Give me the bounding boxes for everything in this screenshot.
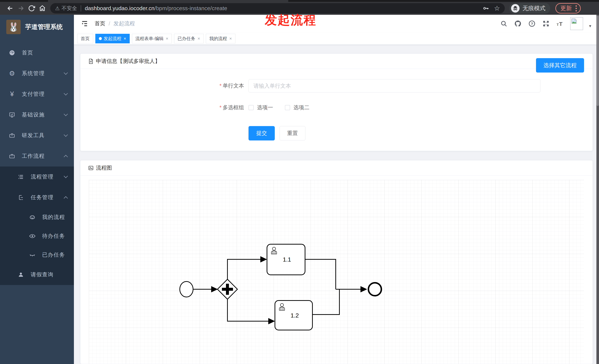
security-status[interactable]: ⚠ 不安全 [55, 5, 77, 12]
sidebar-logo[interactable]: 🐰 芋道管理系统 [0, 15, 74, 39]
tab-home[interactable]: 首页 [77, 34, 93, 43]
sidebar-item-leave-query[interactable]: 请假查询 [0, 264, 74, 285]
dashboard-icon [8, 50, 16, 56]
url-divider [81, 5, 81, 11]
forward-button[interactable] [16, 3, 26, 14]
task-label: 1.2 [291, 312, 299, 319]
sidebar-item-workflow[interactable]: 工作流程 [0, 146, 74, 167]
tab-start-process[interactable]: 发起流程 × [95, 34, 130, 43]
user-task-1-1[interactable]: 1.1 [267, 244, 305, 275]
chevron-down-icon [64, 91, 68, 96]
sidebar-item-label: 待办任务 [42, 232, 67, 240]
sidebar-item-label: 我的流程 [42, 213, 67, 221]
forward-icon [17, 5, 25, 12]
flow-gateway-task2[interactable] [228, 299, 268, 321]
end-event[interactable] [368, 283, 381, 296]
svg-text:T: T [557, 23, 559, 26]
sidebar-item-todo-tasks[interactable]: 待办任务 [0, 227, 74, 245]
bpmn-canvas[interactable]: 1.1 1.2 [89, 180, 584, 364]
github-link-button[interactable] [512, 18, 524, 29]
form-actions: 提交 重置 [248, 126, 592, 140]
sidebar-item-done-tasks[interactable]: 已办任务 [0, 245, 74, 264]
browser-menu-icon[interactable] [575, 5, 577, 11]
sidebar-item-task-mgmt[interactable]: 任务管理 [0, 187, 74, 208]
reset-button[interactable]: 重置 [280, 126, 305, 140]
application-info-card: 申请信息【测试多审批人】 选择其它流程 *单行文本 *多选框组 选项一 [80, 53, 593, 151]
broken-image-icon [571, 18, 577, 24]
start-event[interactable] [180, 281, 193, 297]
single-line-text-field: *单行文本 [206, 79, 592, 93]
close-icon[interactable]: × [123, 36, 126, 41]
browser-tab-strip [0, 0, 599, 2]
submit-button[interactable]: 提交 [248, 126, 275, 140]
chevron-down-icon [64, 174, 68, 178]
briefcase-icon [8, 153, 16, 159]
tab-my-process[interactable]: 我的流程 × [206, 34, 235, 43]
chevron-up-icon [64, 155, 68, 159]
tab-done-tasks[interactable]: 已办任务 × [174, 34, 204, 43]
parallel-gateway[interactable] [218, 279, 238, 299]
sidebar-collapse-button[interactable] [79, 18, 90, 29]
checkbox-label: 选项二 [293, 104, 309, 111]
choose-other-process-button[interactable]: 选择其它流程 [536, 58, 584, 73]
sidebar-item-devtools[interactable]: 研发工具 [0, 125, 74, 146]
chevron-down-icon [64, 112, 68, 116]
eye-open-icon [28, 233, 36, 239]
sidebar-item-my-process[interactable]: 我的流程 [0, 208, 74, 227]
checkbox-group: 选项一 选项二 [248, 101, 309, 114]
sidebar-item-infra[interactable]: 基础设施 [0, 104, 74, 125]
breadcrumb-current: 发起流程 [114, 20, 135, 27]
navbar-actions: ? TT ▼ [498, 17, 593, 30]
page-scrollbar[interactable] [596, 15, 599, 364]
svg-text:T: T [559, 21, 563, 27]
eye-closed-icon [28, 252, 36, 258]
flow-task1-join[interactable] [305, 259, 336, 289]
close-icon[interactable]: × [229, 36, 232, 41]
home-button[interactable] [37, 3, 48, 14]
tab-form-edit[interactable]: 流程表单-编辑 × [132, 34, 172, 43]
breadcrumb-home[interactable]: 首页 [95, 20, 105, 27]
sidebar-item-payment[interactable]: ¥ 支付管理 [0, 84, 74, 104]
tab-label: 发起流程 [104, 36, 121, 42]
chevron-down-icon [64, 71, 68, 75]
checkbox-option-2[interactable]: 选项二 [285, 104, 309, 111]
sidebar-item-process-mgmt[interactable]: 流程管理 [0, 167, 74, 187]
sidebar-item-system[interactable]: ⚙ 系统管理 [0, 63, 74, 84]
scrollbar-thumb[interactable] [597, 16, 599, 106]
hamburger-icon [81, 20, 88, 27]
sidebar-item-label: 首页 [22, 49, 67, 57]
question-icon: ? [528, 20, 536, 27]
close-icon[interactable]: × [197, 36, 200, 41]
bookmark-star-button[interactable]: ☆ [494, 4, 500, 12]
close-icon[interactable]: × [166, 36, 168, 41]
flow-gateway-task1[interactable] [228, 259, 260, 279]
user-avatar[interactable] [570, 17, 583, 30]
reload-button[interactable] [26, 3, 37, 14]
browser-active-tab[interactable] [48, 0, 288, 2]
avatar-caret-icon[interactable]: ▼ [588, 24, 592, 28]
star-icon: ☆ [494, 4, 500, 12]
chevron-down-icon [64, 133, 68, 137]
fullscreen-button[interactable] [540, 18, 552, 29]
sidebar-item-home[interactable]: 首页 [0, 42, 74, 63]
back-button[interactable] [5, 3, 16, 14]
font-size-button[interactable]: TT [554, 18, 566, 29]
header-search-button[interactable] [498, 18, 510, 29]
document-icon [88, 59, 94, 64]
key-icon [483, 5, 489, 12]
flow-task2-join[interactable] [312, 290, 339, 314]
toolbox-icon [8, 132, 16, 139]
field-label: *多选框组 [206, 104, 248, 111]
checkbox-icon[interactable] [248, 105, 254, 110]
help-button[interactable]: ? [526, 18, 538, 29]
password-key-button[interactable] [483, 5, 489, 12]
sidebar-item-label: 请假查询 [31, 271, 67, 278]
single-line-text-input[interactable] [248, 79, 540, 93]
checkbox-option-1[interactable]: 选项一 [248, 104, 273, 111]
github-icon [514, 20, 522, 27]
checkbox-icon[interactable] [285, 105, 290, 110]
browser-update-button[interactable]: 更新 [555, 3, 581, 13]
diagram-card-title: 流程图 [96, 164, 112, 172]
user-task-1-2[interactable]: 1.2 [275, 301, 312, 330]
incognito-badge: 无痕模式 [509, 3, 550, 14]
